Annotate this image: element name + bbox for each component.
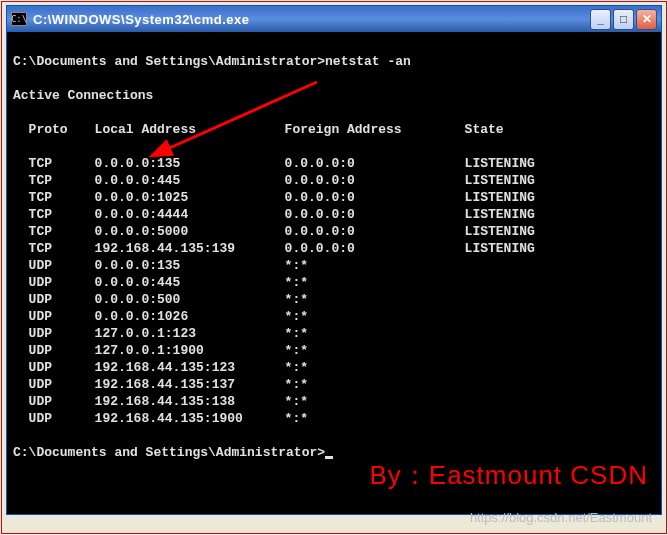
cmd-window: C:\ C:\WINDOWS\System32\cmd.exe _ □ ✕ C:…: [6, 5, 662, 515]
table-row: UDP192.168.44.135:137*:*: [13, 376, 655, 393]
svg-line-0: [165, 82, 317, 150]
minimize-button[interactable]: _: [590, 9, 611, 30]
table-row: TCP0.0.0.0:44440.0.0.0:0LISTENING: [13, 206, 655, 223]
table-row: UDP127.0.0.1:1900*:*: [13, 342, 655, 359]
table-row: TCP0.0.0.0:1350.0.0.0:0LISTENING: [13, 155, 655, 172]
table-header: ProtoLocal AddressForeign AddressState: [13, 121, 655, 138]
table-row: UDP192.168.44.135:1900*:*: [13, 410, 655, 427]
table-row: UDP127.0.0.1:123*:*: [13, 325, 655, 342]
table-row: TCP0.0.0.0:4450.0.0.0:0LISTENING: [13, 172, 655, 189]
cmd-icon: C:\: [11, 12, 27, 26]
window-title: C:\WINDOWS\System32\cmd.exe: [33, 12, 590, 27]
active-connections-label: Active Connections: [13, 88, 153, 103]
titlebar[interactable]: C:\ C:\WINDOWS\System32\cmd.exe _ □ ✕: [7, 6, 661, 32]
table-row: TCP192.168.44.135:1390.0.0.0:0LISTENING: [13, 240, 655, 257]
table-row: UDP192.168.44.135:123*:*: [13, 359, 655, 376]
maximize-button[interactable]: □: [613, 9, 634, 30]
table-row: UDP192.168.44.135:138*:*: [13, 393, 655, 410]
table-row: UDP0.0.0.0:135*:*: [13, 257, 655, 274]
terminal-output[interactable]: C:\Documents and Settings\Administrator>…: [7, 32, 661, 514]
table-row: TCP0.0.0.0:50000.0.0.0:0LISTENING: [13, 223, 655, 240]
close-button[interactable]: ✕: [636, 9, 657, 30]
prompt-line: C:\Documents and Settings\Administrator>: [13, 445, 325, 460]
cursor: [325, 456, 333, 459]
table-row: UDP0.0.0.0:500*:*: [13, 291, 655, 308]
table-row: UDP0.0.0.0:1026*:*: [13, 308, 655, 325]
table-row: UDP0.0.0.0:445*:*: [13, 274, 655, 291]
table-row: TCP0.0.0.0:10250.0.0.0:0LISTENING: [13, 189, 655, 206]
prompt-line: C:\Documents and Settings\Administrator>…: [13, 54, 411, 69]
source-url: https://blog.csdn.net/Eastmount: [470, 510, 652, 525]
watermark-text: By：Eastmount CSDN: [369, 458, 648, 493]
